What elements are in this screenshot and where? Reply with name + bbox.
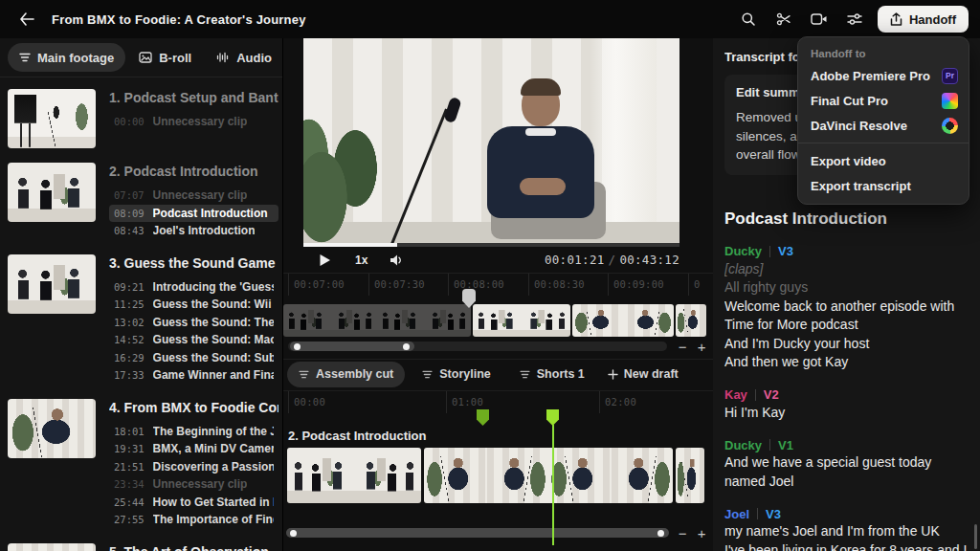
media-filmstrip[interactable]: [283, 304, 713, 337]
clip-row[interactable]: 25:44How to Get Started in Bike Ridi: [109, 494, 278, 512]
chapter-title[interactable]: 5. The Art of Observation: [109, 544, 278, 551]
clip-row[interactable]: 18:01The Beginning of the Journey: [109, 423, 278, 441]
chapter-title[interactable]: 3. Guess the Sound Game: [109, 255, 278, 275]
clip-row[interactable]: 21:51Discovering a Passion for Fooc: [109, 458, 278, 476]
clip-row[interactable]: 16:29Guess the Sound: Subway Surf: [109, 349, 278, 367]
clip-row[interactable]: 07:07Unnecessary clip: [109, 187, 278, 205]
transcript-line[interactable]: And we have a special guest today: [724, 453, 970, 473]
speaker-row[interactable]: DuckyV3: [724, 243, 970, 260]
clip-row[interactable]: 00:00Unnecessary clip: [109, 113, 278, 131]
handoff-button[interactable]: Handoff: [878, 6, 969, 33]
chapter-thumbnail[interactable]: [8, 543, 96, 551]
chapter-section: 3. Guess the Sound Game09:21Introducing …: [8, 254, 282, 385]
menu-item-export-video[interactable]: Export video: [798, 148, 969, 173]
transcript-line[interactable]: named Joel: [724, 473, 970, 492]
tab-main-footage[interactable]: Main footage: [8, 43, 125, 72]
media-scroll-thumb[interactable]: [290, 342, 414, 351]
clip-row[interactable]: 14:52Guess the Sound: MacBook Cl: [109, 331, 278, 349]
tab-b-roll[interactable]: B-roll: [127, 43, 203, 72]
menu-item-label: Export video: [811, 154, 958, 168]
transcript-line[interactable]: Hi I'm Kay: [724, 404, 970, 423]
clip-row[interactable]: 13:02Guess the Sound: The Unrecog: [109, 314, 278, 332]
transcript-line[interactable]: All righty guys: [724, 278, 970, 298]
timeline-zoom-out-button[interactable]: −: [675, 525, 690, 540]
filmstrip-frame: [623, 304, 674, 337]
timeline-scroll-handle-left[interactable]: [290, 530, 297, 537]
play-icon[interactable]: [315, 251, 334, 270]
filmstrip-clip[interactable]: [424, 448, 673, 503]
timeline-scroll-track[interactable]: [286, 528, 667, 538]
transcript-line[interactable]: [claps]: [724, 260, 970, 279]
chapter-thumbnail[interactable]: [8, 254, 96, 314]
chapter-thumbnail[interactable]: [8, 399, 96, 458]
media-scroll-handle-left[interactable]: [294, 343, 301, 350]
back-icon[interactable]: [17, 10, 36, 29]
transcript-line[interactable]: Welcome back to another episode with: [724, 298, 970, 317]
transcript-scrollbar[interactable]: [974, 524, 977, 549]
timeline-ruler[interactable]: 00:0001:0002:00: [283, 390, 713, 411]
speaker-name: Kay: [724, 387, 747, 402]
media-ruler[interactable]: 00:07:0000:07:3000:08:0000:08:3000:09:00…: [283, 273, 713, 295]
transcript-line[interactable]: And I'm Ducky your host: [724, 335, 970, 354]
filmstrip-clip[interactable]: [676, 304, 706, 337]
menu-item-finalcut[interactable]: Final Cut Pro: [798, 88, 969, 113]
transcript-line[interactable]: I've been living in Korea for 8 years an…: [724, 541, 970, 551]
clip-row[interactable]: 23:34Unnecessary clip: [109, 475, 278, 494]
timeline-scroll-handle-right[interactable]: [657, 530, 664, 537]
speaker-row[interactable]: KayV2: [724, 386, 970, 404]
scissors-icon[interactable]: [775, 11, 792, 28]
filter-lines-icon: [299, 370, 309, 379]
draft-tab-storyline[interactable]: Storyline: [411, 362, 502, 387]
transcript-line[interactable]: And then we got Kay: [724, 353, 970, 372]
filmstrip-clip[interactable]: [287, 448, 421, 503]
zoom-out-button[interactable]: −: [675, 339, 690, 354]
filmstrip-clip[interactable]: [473, 304, 570, 337]
tab-audio[interactable]: Audio: [205, 43, 282, 72]
filmstrip-clip[interactable]: [572, 304, 674, 337]
search-icon[interactable]: [740, 11, 757, 28]
volume-icon[interactable]: [389, 253, 404, 267]
new-draft-button[interactable]: New draft: [602, 367, 684, 381]
clip-row[interactable]: 09:21Introducing the 'Guess the Sou: [109, 278, 278, 297]
clip-row[interactable]: 08:43Joel's Introduction: [109, 222, 278, 240]
chapter-title[interactable]: 1. Podcast Setup and Banter: [109, 90, 278, 109]
transcript-block: DuckyV1And we have a special guest today…: [724, 436, 970, 491]
speaker-name: Ducky: [724, 438, 762, 452]
camera-icon[interactable]: [811, 11, 828, 28]
timeline-marker-playhead[interactable]: [546, 409, 559, 426]
chapter-thumbnail[interactable]: [8, 89, 96, 148]
media-ruler-tick: [368, 274, 369, 296]
speaker-row[interactable]: DuckyV1: [724, 436, 970, 453]
menu-item-premiere[interactable]: Adobe Premiere ProPr: [798, 63, 969, 88]
draft-tab-shorts-1[interactable]: Shorts 1: [508, 362, 596, 387]
media-scroll-track[interactable]: [288, 342, 667, 351]
clip-row[interactable]: 11:25Guess the Sound: Wii Sports a: [109, 296, 278, 314]
filmstrip-clip[interactable]: [676, 448, 704, 503]
chapter-title[interactable]: 4. From BMX to Foodie Cont: [109, 400, 278, 419]
settings-sliders-icon[interactable]: [846, 11, 863, 28]
video-preview[interactable]: [303, 38, 679, 247]
clip-row[interactable]: 19:31BMX, a Mini DV Camera, and E: [109, 440, 278, 458]
clip-row[interactable]: 17:33Game Winner and Final Thoug: [109, 366, 278, 385]
draft-tab-assembly-cut[interactable]: Assembly cut: [287, 362, 405, 387]
transcript-line[interactable]: Time for More podcast: [724, 316, 970, 335]
timeline-scroll-thumb[interactable]: [286, 528, 669, 538]
clip-row[interactable]: 27:55The Importance of Finding You: [109, 511, 278, 529]
clip-row[interactable]: 08:09Podcast Introduction: [109, 205, 278, 223]
timeline-zoom-in-button[interactable]: +: [694, 525, 709, 540]
speaker-row[interactable]: JoelV3: [724, 505, 970, 522]
filmstrip-clip[interactable]: [283, 304, 471, 337]
timeline-marker-start[interactable]: [477, 409, 489, 426]
media-ruler-tick: [608, 274, 609, 296]
timeline-filmstrip[interactable]: [283, 448, 713, 503]
chapter-thumbnail[interactable]: [8, 163, 96, 222]
chapter-title[interactable]: 2. Podcast Introduction: [109, 164, 278, 183]
media-scroll-handle-right[interactable]: [403, 343, 410, 350]
menu-item-export-transcript[interactable]: Export transcript: [798, 173, 969, 198]
playback-speed[interactable]: 1x: [355, 253, 368, 267]
menu-item-davinci[interactable]: DaVinci Resolve: [798, 113, 969, 138]
filmstrip-frame: [572, 304, 623, 337]
zoom-in-button[interactable]: +: [694, 339, 709, 354]
filmstrip-frame: [424, 304, 471, 337]
transcript-line[interactable]: my name's Joel and I'm from the UK: [724, 522, 970, 541]
